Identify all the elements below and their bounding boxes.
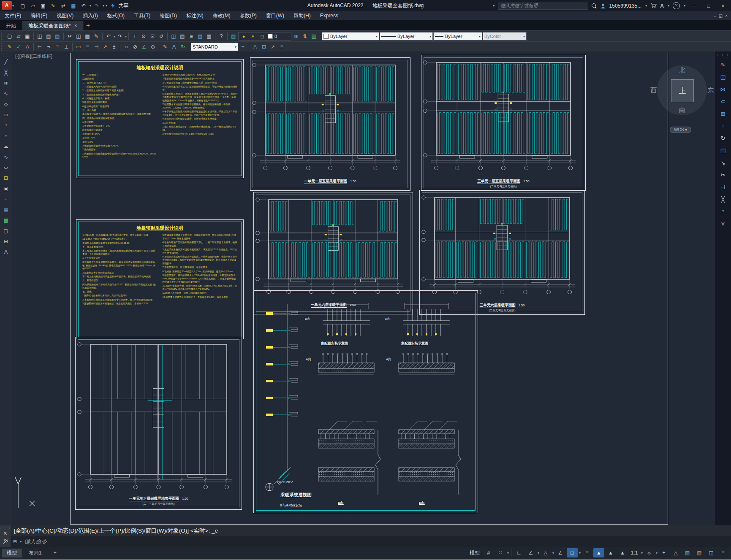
dim-edit-icon[interactable]: ✎ — [161, 43, 169, 51]
scale-icon[interactable]: ◱ — [719, 146, 727, 154]
app-caret-icon[interactable]: ▾ — [668, 4, 669, 8]
layer-lock-icon[interactable]: ◻ — [258, 32, 266, 40]
text-style-icon[interactable]: A — [23, 43, 32, 51]
graphics-performance-icon[interactable]: ▧ — [682, 548, 693, 557]
help-search-input[interactable]: 键入关键字或短语 — [498, 2, 588, 10]
command-close-icon[interactable]: × — [3, 530, 7, 537]
dim-text-edit-icon[interactable]: A — [170, 43, 178, 51]
viewports-icon[interactable]: ◫ — [169, 32, 178, 41]
account-caret-icon[interactable]: ▾ — [645, 4, 647, 8]
dim-ordinate-icon[interactable]: ⊥ — [62, 43, 71, 51]
layer-thaw-icon[interactable]: ☀ — [249, 32, 257, 40]
circle-icon[interactable]: ○ — [2, 132, 10, 140]
dim-baseline-icon[interactable]: ≡ — [83, 43, 92, 51]
command-window[interactable]: ⋮⋮⋮ × [全部(A)/中心(C)/动态(D)/范围(E)/上一个(P)/比例… — [0, 525, 731, 547]
help-caret-icon[interactable]: ▾ — [684, 4, 685, 8]
array-icon[interactable]: ⊞ — [719, 109, 727, 118]
scale-caret-icon[interactable]: ▾ — [641, 551, 643, 555]
zoom-window-icon[interactable]: ⊡ — [148, 32, 157, 41]
offset-icon[interactable]: ⊂ — [719, 97, 727, 106]
tab-close-icon[interactable]: × — [74, 23, 77, 29]
redo-caret-icon[interactable]: ▾ — [103, 4, 104, 8]
gear-caret-icon[interactable]: ▾ — [656, 551, 658, 555]
named-views-icon[interactable]: ▤ — [178, 32, 187, 41]
point-icon[interactable]: ∙ — [2, 195, 10, 203]
region-icon[interactable]: ▢ — [2, 227, 10, 235]
dim-center-icon[interactable]: ⊕ — [149, 43, 157, 51]
dim-linear-icon[interactable]: ⊢ — [35, 43, 44, 51]
fillet-icon[interactable]: ◝ — [719, 207, 727, 216]
lineweight-display-icon[interactable]: ≡ — [582, 548, 592, 557]
new-icon[interactable]: ▢ — [18, 1, 27, 11]
erase-icon[interactable]: ✎ — [719, 60, 727, 69]
account-label[interactable]: 1505999135... — [609, 3, 642, 9]
paste-icon[interactable]: ▦ — [83, 32, 92, 41]
grid-display-icon[interactable]: # — [483, 548, 494, 557]
undo-tool-caret-icon[interactable]: ▾ — [114, 35, 115, 38]
undo-icon[interactable]: ↶ — [79, 1, 88, 11]
make-block-icon[interactable]: ▣ — [2, 184, 10, 193]
revision-cloud-icon[interactable]: ☁ — [2, 142, 10, 151]
color-caret-icon[interactable]: ▾ — [376, 35, 378, 38]
viewcube-north[interactable]: 北 — [679, 66, 685, 74]
construction-line-icon[interactable]: ╳ — [2, 68, 10, 77]
clean-screen-icon[interactable]: ◱ — [706, 548, 717, 557]
command-wrench-icon[interactable] — [3, 539, 8, 544]
object-snap-tracking-icon[interactable]: ∠ — [555, 548, 566, 557]
menu-window[interactable]: 窗口(W) — [261, 11, 289, 20]
osnap-caret-icon[interactable]: ▾ — [579, 551, 581, 555]
autodesk-app-icon[interactable]: A — [660, 3, 664, 9]
tab-drawing[interactable]: 地板采暖全套图纸*× — [22, 21, 84, 30]
layer-previous-icon[interactable]: ⇅ — [301, 32, 309, 41]
minimize-button[interactable]: – — [689, 3, 700, 9]
copy-icon[interactable]: ◫ — [719, 73, 727, 81]
saveas-icon[interactable]: ✎ — [49, 1, 58, 11]
collapse-search-icon[interactable]: ▾ — [492, 5, 495, 6]
polyline-icon[interactable]: ∿ — [2, 89, 10, 98]
rectangle-icon[interactable]: ▭ — [2, 111, 10, 119]
make-layer-current-icon[interactable]: ≋ — [292, 32, 300, 41]
close-button[interactable]: × — [717, 3, 728, 9]
snap-mode-icon[interactable]: ∷ — [495, 548, 506, 557]
dim-leader-icon[interactable]: ↗ — [101, 43, 109, 51]
mirror-icon[interactable]: ⋈ — [719, 85, 727, 93]
menu-parametric[interactable]: 参数(P) — [235, 11, 261, 20]
line-icon[interactable]: ╱ — [2, 58, 10, 66]
redo-tool-icon[interactable]: ↷ — [116, 32, 124, 41]
import-icon[interactable]: ⇄ — [59, 1, 68, 11]
draw-toolbar-grip[interactable]: ⋮⋮ — [1, 54, 11, 56]
cut-icon[interactable]: ✂ — [65, 32, 74, 41]
command-input[interactable]: ⊞ ▾ 键入命令 — [11, 536, 731, 547]
save-icon[interactable]: ▣ — [38, 1, 48, 11]
viewcube[interactable]: 北 南 西 东 上 — [657, 65, 707, 115]
arc-icon[interactable]: ◝ — [2, 121, 10, 130]
user-icon[interactable] — [600, 3, 606, 9]
menu-tools[interactable]: 工具(T) — [129, 11, 155, 20]
polar-caret-icon[interactable]: ▾ — [538, 551, 539, 555]
toolbar-grip[interactable] — [1, 32, 4, 40]
lineweight-combo[interactable]: ByLayer ▾ — [433, 32, 482, 41]
menu-format[interactable]: 格式(O) — [103, 11, 129, 20]
dim-aligned-icon[interactable]: ¬ — [44, 43, 53, 51]
plot-icon[interactable]: ▤ — [44, 32, 53, 41]
mtext-icon[interactable]: A — [251, 43, 259, 51]
viewcube-south[interactable]: 南 — [679, 106, 685, 114]
ortho-mode-icon[interactable]: ∟ — [514, 548, 524, 557]
ellipse-icon[interactable]: ○ — [0, 163, 12, 172]
break-icon[interactable]: ╳ — [719, 195, 727, 203]
isodraft-caret-icon[interactable]: ▾ — [552, 551, 554, 555]
dim-tolerance-icon[interactable]: ± — [110, 43, 118, 51]
redo-tool-caret-icon[interactable]: ▾ — [125, 35, 127, 38]
dynamic-ucs-icon[interactable]: ▲ — [617, 548, 628, 557]
dimstyle-caret-icon[interactable]: ▾ — [235, 45, 236, 49]
help-tool-icon[interactable]: ? — [217, 32, 226, 41]
dim-arc-icon[interactable]: ◝ — [53, 43, 62, 51]
units-icon[interactable]: ▧ — [694, 548, 705, 557]
zoom-realtime-icon[interactable]: ⊙ — [139, 32, 148, 41]
text-icon[interactable]: A — [2, 248, 10, 256]
wcs-menu[interactable]: WCS ▾ — [670, 127, 691, 133]
redo-icon[interactable]: ↷ — [92, 1, 101, 11]
toolbar2-grip[interactable] — [1, 43, 4, 51]
publish-icon[interactable]: ▤ — [53, 32, 62, 41]
menu-dimension[interactable]: 标注(N) — [182, 11, 208, 20]
